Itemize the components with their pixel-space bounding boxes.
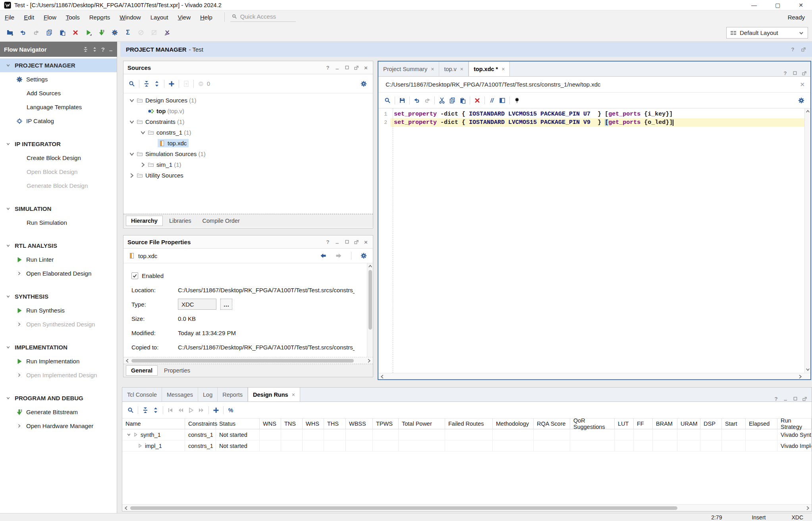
sources-tab-compile-order[interactable]: Compile Order [198,216,245,226]
fn-item-ip-catalog[interactable]: IP Catalog [0,114,117,128]
panel-max-icon[interactable] [344,239,350,245]
panel-max-icon[interactable] [344,65,350,71]
fn-item-run-simulation[interactable]: Run Simulation [0,216,117,230]
sources-tab-hierarchy[interactable]: Hierarchy [126,216,163,226]
column-uram[interactable]: URAM [677,419,700,429]
menu-tools[interactable]: Tools [61,12,85,22]
editor-delete-button[interactable] [472,95,482,106]
menu-layout[interactable]: Layout [146,12,173,22]
toolbar-report-sigma-button[interactable]: Σ [123,27,133,38]
column-qor-suggestions[interactable]: QoR Suggestions [570,419,615,429]
column-run-strategy[interactable]: Run Strategy [777,419,812,429]
editor-paste-button[interactable] [457,95,468,106]
bottom-tab-reports[interactable]: Reports [218,388,248,401]
menu-view[interactable]: View [173,12,195,22]
bottom-tab-messages[interactable]: Messages [162,388,198,401]
fn-item-create-block-design[interactable]: Create Block Design [0,151,117,165]
column-tpws[interactable]: TPWS [373,419,399,429]
fn-item-open-elaborated-design[interactable]: Open Elaborated Design [0,266,117,280]
fn-item-language-templates[interactable]: Language Templates [0,100,117,114]
sources-add-button[interactable] [166,79,177,89]
window-maximize-button[interactable]: ▢ [775,2,780,8]
editor-tab-top-xdc[interactable]: top.xdc * × [469,62,510,76]
fn-help-icon[interactable]: ? [101,46,105,53]
fn-item-run-linter[interactable]: Run Linter [0,253,117,266]
editor-horizontal-scrollbar[interactable] [378,373,810,379]
scroll-left-icon[interactable] [123,505,129,511]
panel-help-icon[interactable]: ? [773,396,779,402]
column-total-power[interactable]: Total Power [399,419,445,429]
column-methodology[interactable]: Methodology [493,419,534,429]
run-state-icon[interactable] [137,442,143,449]
editor-toggle-columns-button[interactable] [497,95,507,106]
fn-item-generate-block-design[interactable]: Generate Block Design [0,179,117,193]
properties-horizontal-scrollbar[interactable] [123,357,373,364]
fn-section-ip-integrator[interactable]: IP INTEGRATOR [0,137,117,151]
column-failed-routes[interactable]: Failed Routes [445,419,493,429]
fn-item-open-synthesized-design[interactable]: Open Synthesized Design [0,317,117,331]
editor-tab-top-v[interactable]: top.v × [439,62,469,76]
tree-item-utility-sources[interactable]: Utility Sources [123,170,373,181]
window-minimize-button[interactable]: — [751,2,757,8]
editor-settings-button[interactable] [796,95,806,106]
layout-selector[interactable]: Default Layout [726,27,808,39]
panel-float-icon[interactable] [800,46,806,52]
close-tab-icon[interactable]: × [501,66,505,72]
chevron-right-icon[interactable] [128,172,135,179]
properties-tab-general[interactable]: General [126,365,158,376]
editor-lightbulb-button[interactable] [512,95,522,106]
editor-undo-button[interactable] [412,95,422,106]
column-whs[interactable]: WHS [303,419,324,429]
editor-search-button[interactable] [382,95,393,106]
panel-float-icon[interactable] [801,70,807,76]
design-runs-search-button[interactable] [125,405,136,415]
menu-edit[interactable]: Edit [19,12,39,22]
fn-item-open-block-design[interactable]: Open Block Design [0,165,117,179]
design-runs-add-button[interactable] [211,405,221,415]
tree-item-sim-1[interactable]: sim_1 (1) [123,159,373,170]
properties-tab-properties[interactable]: Properties [159,366,195,375]
scroll-up-icon[interactable] [367,263,373,269]
design-runs-step-forward-button[interactable] [196,405,206,415]
panel-help-icon[interactable]: ? [782,70,788,76]
design-runs-step-back-button[interactable] [176,405,186,415]
properties-vertical-scrollbar[interactable] [367,263,373,364]
fn-minimize-icon[interactable] [109,47,113,52]
fn-item-settings[interactable]: Settings [0,72,117,86]
editor-tab-project-summary[interactable]: Project Summary × [378,62,439,76]
close-path-icon[interactable]: ✕ [800,81,805,88]
scroll-right-icon[interactable] [797,374,803,380]
sources-expand-all-button[interactable] [152,79,162,89]
back-arrow-button[interactable] [318,251,328,261]
column-wns[interactable]: WNS [260,419,281,429]
fn-item-open-hardware-manager[interactable]: Open Hardware Manager [0,419,117,433]
fn-expand-all-icon[interactable] [92,47,97,52]
chevron-down-icon[interactable] [128,118,135,125]
toolbar-undo-button[interactable] [18,27,28,38]
editor-toggle-comment-button[interactable]: // [487,95,497,106]
editor-redo-button[interactable] [422,95,432,106]
column-dsp[interactable]: DSP [700,419,722,429]
column-lut[interactable]: LUT [615,419,634,429]
toolbar-run-button[interactable] [83,27,94,38]
fn-section-rtl-analysis[interactable]: RTL ANALYSIS [0,239,117,253]
type-browse-button[interactable]: … [220,299,232,310]
properties-gear-button[interactable] [359,251,369,261]
fn-collapse-all-icon[interactable] [83,47,88,52]
panel-min-icon[interactable] [783,396,789,402]
sources-badge-button[interactable] [196,79,206,89]
panel-help-icon[interactable]: ? [790,46,796,52]
column-elapsed[interactable]: Elapsed [746,419,777,429]
column-ths[interactable]: THS [324,419,346,429]
bottom-horizontal-scrollbar[interactable] [122,504,812,511]
fn-item-add-sources[interactable]: Add Sources [0,86,117,100]
scroll-up-icon[interactable] [805,108,810,114]
design-runs-skip-to-start-button[interactable] [165,405,176,415]
toolbar-cancel-button[interactable] [162,27,172,38]
fn-item-open-implemented-design[interactable]: Open Implemented Design [0,368,117,382]
bottom-tab-design-runs[interactable]: Design Runs× [248,388,300,401]
tree-item-top-xdc[interactable]: top.xdc [123,138,373,149]
column-bram[interactable]: BRAM [653,419,677,429]
design-run-row-synth-1[interactable]: synth_1constrs_1Not startedVivado Synthe [122,429,812,440]
design-runs-expand-all-button[interactable] [150,405,161,415]
